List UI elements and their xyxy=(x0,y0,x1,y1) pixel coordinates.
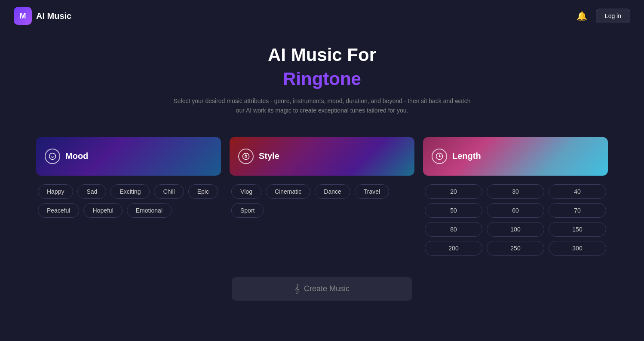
style-icon xyxy=(238,149,254,164)
app-name: AI Music xyxy=(36,11,71,21)
length-value-tag[interactable]: 70 xyxy=(549,203,606,218)
notification-icon[interactable]: 🔔 xyxy=(575,9,589,23)
login-button[interactable]: Log in xyxy=(596,9,630,23)
style-title: Style xyxy=(259,151,279,161)
length-card: Length 20304050607080100150200250300 xyxy=(423,137,608,256)
mood-tag[interactable]: Chill xyxy=(154,184,184,199)
mood-title: Mood xyxy=(65,151,88,161)
style-tag[interactable]: Vlog xyxy=(231,184,261,199)
cards-row: Mood HappySadExcitingChillEpicPeacefulHo… xyxy=(0,124,644,264)
length-value-tag[interactable]: 60 xyxy=(487,203,544,218)
length-title: Length xyxy=(452,151,481,161)
mood-tag[interactable]: Hopeful xyxy=(83,203,122,218)
mood-card: Mood HappySadExcitingChillEpicPeacefulHo… xyxy=(36,137,221,256)
create-section: 𝄞 Create Music xyxy=(0,264,644,309)
length-value-tag[interactable]: 50 xyxy=(425,203,482,218)
length-card-header: Length xyxy=(423,137,608,176)
style-tags: VlogCinematicDanceTravelSport xyxy=(230,184,414,218)
mood-tag[interactable]: Happy xyxy=(38,184,73,199)
mood-tag[interactable]: Peaceful xyxy=(38,203,79,218)
header-right: 🔔 Log in xyxy=(575,9,630,23)
hero-description: Select your desired music attributes - g… xyxy=(172,96,472,116)
music-wave-icon: 𝄞 xyxy=(294,284,300,294)
mood-tag[interactable]: Epic xyxy=(188,184,218,199)
length-value-tag[interactable]: 100 xyxy=(487,222,544,237)
mood-tags: HappySadExcitingChillEpicPeacefulHopeful… xyxy=(36,184,221,218)
svg-point-0 xyxy=(49,153,56,159)
logo-icon: M xyxy=(14,7,32,25)
length-value-tag[interactable]: 150 xyxy=(549,222,606,237)
style-tag[interactable]: Travel xyxy=(355,184,389,199)
length-value-tag[interactable]: 250 xyxy=(487,241,544,256)
length-value-tag[interactable]: 300 xyxy=(549,241,606,256)
mood-tag[interactable]: Exciting xyxy=(110,184,150,199)
style-tag[interactable]: Dance xyxy=(315,184,350,199)
mood-icon xyxy=(45,149,60,164)
length-icon xyxy=(432,149,447,164)
hero-title: AI Music For xyxy=(9,45,635,65)
length-value-tag[interactable]: 80 xyxy=(425,222,482,237)
length-values: 20304050607080100150200250300 xyxy=(423,184,608,256)
hero-section: AI Music For Ringtone Select your desire… xyxy=(0,32,644,124)
logo-area: M AI Music xyxy=(14,7,71,25)
hero-subtitle: Ringtone xyxy=(9,69,635,89)
length-value-tag[interactable]: 20 xyxy=(425,184,482,199)
style-card-header: Style xyxy=(230,137,414,176)
create-music-label: Create Music xyxy=(304,284,350,293)
header: M AI Music 🔔 Log in xyxy=(0,0,644,32)
mood-tag[interactable]: Sad xyxy=(77,184,106,199)
style-tag[interactable]: Cinematic xyxy=(266,184,310,199)
mood-card-header: Mood xyxy=(36,137,221,176)
create-music-button[interactable]: 𝄞 Create Music xyxy=(232,277,412,301)
svg-point-4 xyxy=(245,155,247,158)
style-card: Style VlogCinematicDanceTravelSport xyxy=(230,137,414,256)
length-value-tag[interactable]: 40 xyxy=(549,184,606,199)
mood-tag[interactable]: Emotional xyxy=(127,203,172,218)
length-value-tag[interactable]: 200 xyxy=(425,241,482,256)
length-value-tag[interactable]: 30 xyxy=(487,184,544,199)
style-tag[interactable]: Sport xyxy=(231,203,264,218)
